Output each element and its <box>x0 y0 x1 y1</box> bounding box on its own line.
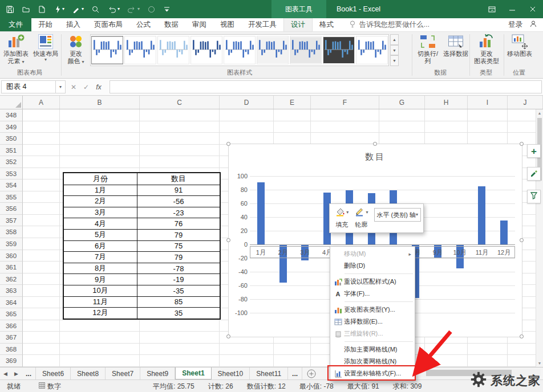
x-axis-label[interactable]: 12月 <box>493 248 515 257</box>
selection-handle[interactable] <box>520 142 524 146</box>
row-header-351[interactable]: 351 <box>0 145 23 156</box>
column-header-I[interactable]: I <box>468 96 508 109</box>
gallery-more-button[interactable]: ▼ <box>390 55 399 66</box>
table-cell-month[interactable]: 10月 <box>64 285 137 296</box>
menu-item-chart-type[interactable]: 更改图表类型(Y)... <box>330 304 415 316</box>
row-header-367[interactable]: 367 <box>0 332 23 344</box>
customize-qat-icon[interactable] <box>163 6 171 13</box>
new-file-icon[interactable] <box>38 5 46 14</box>
table-cell-value[interactable]: -35 <box>137 285 220 296</box>
chart-style-thumbnail-2[interactable] <box>124 36 156 64</box>
table-cell-month[interactable]: 11月 <box>64 297 137 308</box>
table-cell-value[interactable]: 76 <box>137 218 220 229</box>
name-box[interactable]: 图表 4 <box>1 80 56 93</box>
gallery-up-button[interactable]: ▲ <box>390 34 399 45</box>
selection-handle[interactable] <box>520 238 524 242</box>
table-cell-value[interactable]: -78 <box>137 263 220 274</box>
sign-in-link[interactable]: 登录 <box>508 20 522 30</box>
sheet-overflow-right[interactable]: ... <box>288 368 302 379</box>
column-header-C[interactable]: C <box>140 96 220 109</box>
sheet-tab-sheet9[interactable]: Sheet9 <box>140 368 175 379</box>
column-header-E[interactable]: E <box>274 96 311 109</box>
row-header-363[interactable]: 363 <box>0 285 23 297</box>
chart-filters-button[interactable] <box>527 190 541 203</box>
select-data-button[interactable]: 选择数据 <box>443 33 469 68</box>
menu-item-reset-style[interactable]: 重设以匹配样式(A) <box>330 276 415 288</box>
chart-style-thumbnail-8[interactable] <box>323 36 355 64</box>
format-painter-icon[interactable]: ▾ <box>72 5 84 14</box>
tab-file[interactable]: 文件 <box>0 18 31 31</box>
tab-formulas[interactable]: 公式 <box>129 18 157 31</box>
row-header-369[interactable]: 369 <box>0 355 23 367</box>
row-header-359[interactable]: 359 <box>0 238 23 250</box>
table-cell-month[interactable]: 8月 <box>64 263 137 274</box>
table-cell-value[interactable]: 75 <box>137 241 220 252</box>
chart-bar[interactable] <box>257 182 265 244</box>
row-header-358[interactable]: 358 <box>0 226 23 238</box>
cancel-icon[interactable]: ✕ <box>71 83 76 91</box>
table-cell-month[interactable]: 6月 <box>64 241 137 252</box>
column-header-H[interactable]: H <box>425 96 468 109</box>
x-axis-label[interactable]: 2月 <box>272 248 294 257</box>
sheet-tab-sheet8[interactable]: Sheet8 <box>71 368 106 379</box>
table-cell-value[interactable]: 79 <box>137 230 220 240</box>
chart-style-thumbnail-9[interactable] <box>356 36 388 64</box>
chart-style-thumbnail-1[interactable] <box>91 36 123 64</box>
enter-icon[interactable]: ✓ <box>83 83 89 91</box>
tab-developer[interactable]: 开发工具 <box>241 18 283 31</box>
row-header-366[interactable]: 366 <box>0 320 23 332</box>
row-header-355[interactable]: 355 <box>0 191 23 203</box>
column-header-D[interactable]: D <box>220 96 274 109</box>
x-axis-label[interactable]: 3月 <box>294 248 317 257</box>
undo-icon[interactable]: ▾ <box>107 5 120 14</box>
menu-item-plain[interactable]: 添加主要网格线(M) <box>330 344 415 356</box>
row-header-356[interactable]: 356 <box>0 203 23 215</box>
row-header-353[interactable]: 353 <box>0 168 23 179</box>
row-header-360[interactable]: 360 <box>0 250 23 262</box>
table-cell-value[interactable]: -23 <box>137 207 220 218</box>
quick-layout-button[interactable]: 快速布局 ▾ <box>32 33 59 68</box>
column-header-F[interactable]: F <box>311 96 379 109</box>
ribbon-display-options-button[interactable] <box>481 0 502 18</box>
menu-item-plain[interactable]: 删除(D) <box>330 260 415 272</box>
row-header-354[interactable]: 354 <box>0 179 23 191</box>
sheet-tab-sheet7[interactable]: Sheet7 <box>106 368 140 379</box>
tab-format[interactable]: 格式 <box>313 18 341 31</box>
tab-insert[interactable]: 插入 <box>59 18 87 31</box>
tell-me-box[interactable]: 告诉我您想要做什么... <box>349 18 429 31</box>
menu-item-font[interactable]: A字体(F)... <box>330 288 415 300</box>
row-header-357[interactable]: 357 <box>0 215 23 226</box>
sheet-tab-sheet10[interactable]: Sheet10 <box>212 368 250 379</box>
sheet-next-icon[interactable]: ▶ <box>11 368 22 379</box>
table-cell-month[interactable]: 3月 <box>64 207 137 218</box>
select-all-corner[interactable] <box>0 96 23 109</box>
share-icon[interactable] <box>529 20 537 30</box>
move-chart-button[interactable]: 移动图表 <box>506 33 533 68</box>
sheet-tab-sheet6[interactable]: Sheet6 <box>36 368 71 379</box>
record-icon[interactable] <box>147 5 156 14</box>
outline-button[interactable]: ▾ 轮廓 <box>351 206 371 231</box>
gallery-down-button[interactable]: ▼ <box>390 45 399 56</box>
table-cell-value[interactable]: -19 <box>137 274 220 285</box>
selection-handle[interactable] <box>520 334 524 338</box>
table-cell-value[interactable]: 85 <box>137 297 220 308</box>
new-sheet-button[interactable] <box>302 368 321 379</box>
row-header-350[interactable]: 350 <box>0 133 23 145</box>
scroll-down-icon[interactable]: ▼ <box>536 360 543 367</box>
sheet-tab-sheet11[interactable]: Sheet11 <box>250 368 288 379</box>
table-cell-month[interactable]: 5月 <box>64 230 137 240</box>
chart-style-thumbnail-7[interactable] <box>290 36 322 64</box>
close-button[interactable] <box>522 0 543 18</box>
tab-data[interactable]: 数据 <box>157 18 185 31</box>
tab-view[interactable]: 视图 <box>213 18 241 31</box>
chart-element-selector[interactable]: 水平 (类别) 轴 ▾ <box>374 208 421 222</box>
selection-handle[interactable] <box>373 142 377 146</box>
tab-design[interactable]: 设计 <box>283 18 313 31</box>
add-chart-element-button[interactable]: 添加图表 元素 ▾ <box>1 33 31 68</box>
sheet-tab-sheet1[interactable]: Sheet1 <box>175 368 211 379</box>
zoom-icon[interactable] <box>91 5 100 14</box>
chart-styles-button[interactable] <box>527 167 541 181</box>
chart-bar[interactable] <box>500 220 508 244</box>
tab-home[interactable]: 开始 <box>31 18 59 31</box>
table-cell-value[interactable]: 79 <box>137 252 220 263</box>
